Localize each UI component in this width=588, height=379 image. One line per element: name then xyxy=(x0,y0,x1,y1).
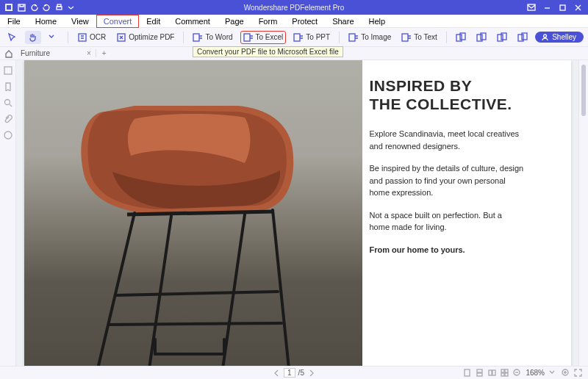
tab-close-icon[interactable]: × xyxy=(87,49,91,57)
thumbnails-icon[interactable] xyxy=(4,66,12,75)
next-page-icon[interactable] xyxy=(307,369,315,377)
titlebar: Wondershare PDFelement Pro xyxy=(0,0,588,15)
home-icon[interactable] xyxy=(4,49,13,58)
ocr-button[interactable]: OCR xyxy=(74,31,109,44)
svg-rect-9 xyxy=(193,34,199,41)
page-paragraph: Not a space built on perfection. But a h… xyxy=(370,209,524,234)
svg-rect-17 xyxy=(481,33,486,40)
svg-rect-10 xyxy=(244,34,250,41)
tooltip: Convert your PDF file to Microsoft Excel… xyxy=(193,46,343,57)
zoom-out-icon[interactable] xyxy=(513,369,521,377)
svg-rect-26 xyxy=(465,369,470,376)
user-icon xyxy=(541,33,549,41)
page-total: /5 xyxy=(298,369,304,377)
to-excel-button[interactable]: To Excel xyxy=(240,31,287,44)
prev-page-icon[interactable] xyxy=(273,369,281,377)
svg-rect-7 xyxy=(79,34,86,41)
select-tool[interactable] xyxy=(4,31,21,44)
page-current[interactable]: 1 xyxy=(284,368,295,378)
to-image-button[interactable]: To Image xyxy=(345,31,394,44)
menu-comment[interactable]: Comment xyxy=(168,15,218,28)
menu-page[interactable]: Page xyxy=(218,15,251,28)
svg-rect-15 xyxy=(460,33,465,40)
add-tab-button[interactable]: + xyxy=(96,49,112,57)
svg-rect-30 xyxy=(492,370,495,375)
menu-convert[interactable]: Convert xyxy=(96,15,140,28)
zoom-value[interactable]: 168% xyxy=(526,369,545,377)
svg-rect-11 xyxy=(294,34,300,41)
search-icon[interactable] xyxy=(4,98,12,107)
view-facing-continuous-icon[interactable] xyxy=(501,369,509,377)
page-paragraph: Explore Scandinavia, meet local creative… xyxy=(370,128,524,152)
hand-tool[interactable] xyxy=(25,31,41,44)
combine-3-button[interactable] xyxy=(494,31,510,44)
page-text: INSPIRED BYTHE COLLECTIVE. Explore Scand… xyxy=(362,60,571,366)
zoom-dropdown-icon[interactable] xyxy=(549,369,557,377)
svg-rect-19 xyxy=(501,33,506,40)
menubar: File Home View Convert Edit Comment Page… xyxy=(0,15,588,28)
svg-rect-13 xyxy=(402,34,408,41)
fullscreen-icon[interactable] xyxy=(574,369,582,377)
pager: 1 /5 xyxy=(273,368,315,378)
svg-rect-23 xyxy=(4,67,12,74)
zoom-in-icon[interactable] xyxy=(562,369,570,377)
comments-icon[interactable] xyxy=(4,131,12,140)
combine-1-button[interactable] xyxy=(453,31,469,44)
menu-edit[interactable]: Edit xyxy=(139,15,168,28)
page: INSPIRED BYTHE COLLECTIVE. Explore Scand… xyxy=(24,60,571,366)
menu-share[interactable]: Share xyxy=(325,15,361,28)
svg-rect-21 xyxy=(522,33,527,40)
menu-view[interactable]: View xyxy=(64,15,96,28)
svg-rect-31 xyxy=(501,369,504,372)
to-text-button[interactable]: To Text xyxy=(398,31,440,44)
view-single-icon[interactable] xyxy=(463,369,471,377)
menu-form[interactable]: Form xyxy=(251,15,285,28)
main-area: INSPIRED BYTHE COLLECTIVE. Explore Scand… xyxy=(0,60,588,366)
svg-rect-16 xyxy=(477,35,482,41)
svg-rect-20 xyxy=(518,35,523,41)
tab-furniture[interactable]: Furniture × xyxy=(16,49,96,57)
page-image xyxy=(24,60,362,366)
view-continuous-icon[interactable] xyxy=(476,369,484,377)
menu-protect[interactable]: Protect xyxy=(284,15,325,28)
statusbar: 1 /5 168% xyxy=(0,366,588,379)
view-facing-icon[interactable] xyxy=(488,369,496,377)
combine-2-button[interactable] xyxy=(473,31,490,44)
combine-4-button[interactable] xyxy=(514,31,531,44)
svg-rect-14 xyxy=(456,35,462,41)
bookmarks-icon[interactable] xyxy=(4,82,12,91)
document-canvas[interactable]: INSPIRED BYTHE COLLECTIVE. Explore Scand… xyxy=(16,60,578,366)
menu-file[interactable]: File xyxy=(0,15,28,28)
svg-rect-18 xyxy=(498,35,503,41)
menu-help[interactable]: Help xyxy=(362,15,393,28)
svg-rect-34 xyxy=(505,373,508,376)
svg-rect-32 xyxy=(505,369,508,372)
svg-rect-28 xyxy=(477,373,482,376)
svg-rect-27 xyxy=(477,369,482,372)
svg-point-22 xyxy=(544,35,547,37)
vertical-scrollbar[interactable] xyxy=(578,60,588,366)
to-ppt-button[interactable]: To PPT xyxy=(290,31,333,44)
svg-point-25 xyxy=(4,131,12,139)
tab-label: Furniture xyxy=(21,49,50,57)
page-heading: INSPIRED BYTHE COLLECTIVE. xyxy=(370,76,553,113)
optimize-pdf-button[interactable]: Optimize PDF xyxy=(113,31,177,44)
toolbar: OCR Optimize PDF To Word To Excel To PPT… xyxy=(0,28,588,47)
to-word-button[interactable]: To Word xyxy=(190,31,235,44)
svg-point-24 xyxy=(4,100,10,105)
svg-rect-29 xyxy=(489,370,492,375)
left-panel xyxy=(0,60,16,366)
attachments-icon[interactable] xyxy=(4,115,12,123)
app-title: Wondershare PDFelement Pro xyxy=(0,4,588,12)
dropdown-tool[interactable] xyxy=(46,31,62,44)
menu-home[interactable]: Home xyxy=(28,15,64,28)
scrollbar-thumb[interactable] xyxy=(581,65,586,116)
svg-rect-33 xyxy=(501,373,504,376)
svg-rect-12 xyxy=(349,34,355,41)
page-paragraph: Be inspired by the details of culture, d… xyxy=(370,162,524,199)
page-paragraph: From our home to yours. xyxy=(370,244,524,256)
user-pill[interactable]: Shelley xyxy=(535,32,584,43)
